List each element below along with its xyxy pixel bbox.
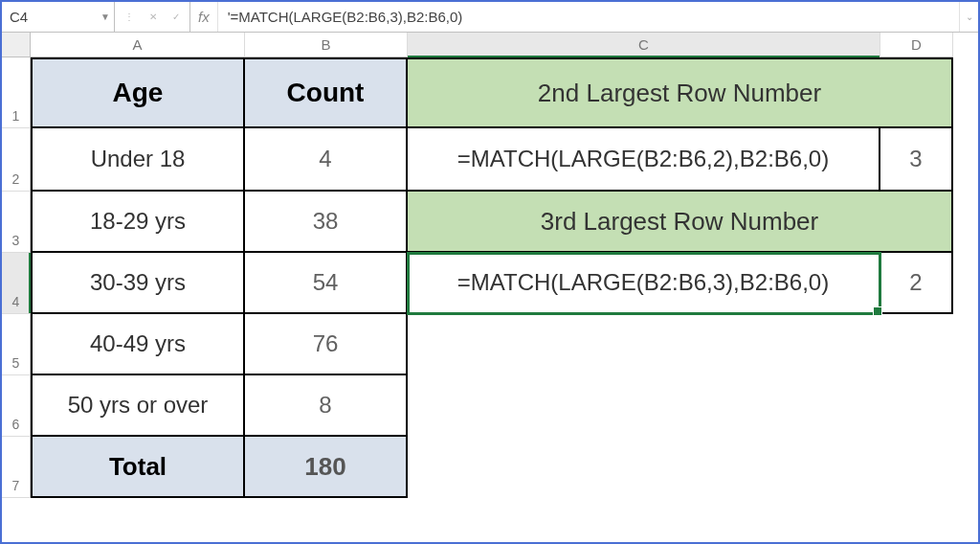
cell-a2[interactable]: Under 18 <box>31 128 245 192</box>
cell-a3[interactable]: 18-29 yrs <box>31 192 245 253</box>
cell-a5[interactable]: 40-49 yrs <box>31 314 245 375</box>
cell-b4[interactable]: 54 <box>245 253 408 314</box>
col-header-d[interactable]: D <box>880 33 953 57</box>
cell-c1[interactable]: 2nd Largest Row Number <box>408 57 953 128</box>
row-header-7[interactable]: 7 <box>2 437 31 498</box>
cell-c4[interactable]: =MATCH(LARGE(B2:B6,3),B2:B6,0) <box>408 253 880 314</box>
col-header-b[interactable]: B <box>245 33 408 57</box>
cell-b1[interactable]: Count <box>245 57 408 128</box>
row-header-6[interactable]: 6 <box>2 375 31 437</box>
row-header-4[interactable]: 4 <box>2 253 31 314</box>
row-headers: 1 2 3 4 5 6 7 <box>2 33 31 542</box>
cell-c2[interactable]: =MATCH(LARGE(B2:B6,2),B2:B6,0) <box>408 128 880 192</box>
col-header-c[interactable]: C <box>408 33 880 57</box>
fx-label[interactable]: fx <box>190 2 218 32</box>
row-header-1[interactable]: 1 <box>2 57 31 128</box>
row-header-3[interactable]: 3 <box>2 192 31 253</box>
cell-b2[interactable]: 4 <box>245 128 408 192</box>
cell-d5[interactable] <box>880 314 953 375</box>
col-header-a[interactable]: A <box>31 33 245 57</box>
cell-a7[interactable]: Total <box>31 437 245 498</box>
row-header-2[interactable]: 2 <box>2 128 31 192</box>
column-headers: A B C D <box>31 33 978 57</box>
cell-b3[interactable]: 38 <box>245 192 408 253</box>
cell-reference: C4 <box>10 9 83 25</box>
grid: Age Count 2nd Largest Row Number .grow.h… <box>31 57 978 498</box>
formula-bar-buttons: ⋮ ✕ ✓ <box>115 2 190 32</box>
formula-input[interactable]: '=MATCH(LARGE(B2:B6,3),B2:B6,0) <box>218 2 959 32</box>
cell-d6[interactable] <box>880 375 953 437</box>
expand-formula-bar-icon[interactable]: ⌄ <box>959 2 978 32</box>
cell-c6[interactable] <box>408 375 880 437</box>
cell-c5[interactable] <box>408 314 880 375</box>
cell-a6[interactable]: 50 yrs or over <box>31 375 245 437</box>
select-all-corner[interactable] <box>2 33 31 57</box>
cell-b5[interactable]: 76 <box>245 314 408 375</box>
confirm-icon[interactable]: ✓ <box>172 11 180 22</box>
cell-c7[interactable] <box>408 437 880 498</box>
cell-b7[interactable]: 180 <box>245 437 408 498</box>
row-header-5[interactable]: 5 <box>2 314 31 375</box>
cell-b6[interactable]: 8 <box>245 375 408 437</box>
cell-d4[interactable]: 2 <box>880 253 953 314</box>
name-box[interactable]: C4 ▼ <box>2 2 115 32</box>
dots-icon[interactable]: ⋮ <box>124 11 134 22</box>
cell-c3[interactable]: 3rd Largest Row Number <box>408 192 953 253</box>
formula-bar: C4 ▼ ⋮ ✕ ✓ fx '=MATCH(LARGE(B2:B6,3),B2:… <box>2 2 978 33</box>
cell-a1[interactable]: Age <box>31 57 245 128</box>
cell-d2[interactable]: 3 <box>880 128 953 192</box>
chevron-down-icon[interactable]: ▼ <box>100 11 110 22</box>
cancel-icon[interactable]: ✕ <box>149 11 157 22</box>
cell-a4[interactable]: 30-39 yrs <box>31 253 245 314</box>
spreadsheet: 1 2 3 4 5 6 7 A B C D Age Count 2nd Larg… <box>2 33 978 542</box>
cell-d7[interactable] <box>880 437 953 498</box>
